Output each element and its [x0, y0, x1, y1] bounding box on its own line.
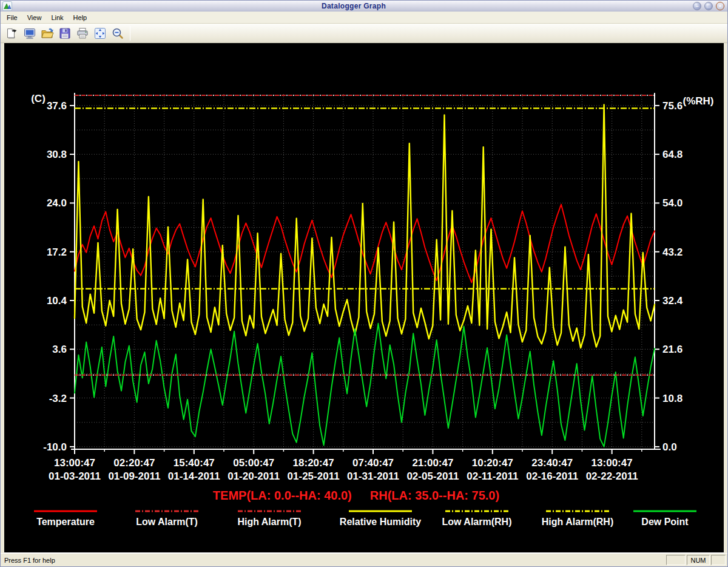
status-num-indicator: NUM	[687, 555, 710, 565]
menu-view[interactable]: View	[22, 12, 47, 23]
statusbar: Press F1 for help NUM	[1, 553, 727, 566]
zoom-fit-button[interactable]	[92, 25, 108, 41]
menu-link[interactable]: Link	[46, 12, 68, 23]
svg-text:01-25-2011: 01-25-2011	[288, 470, 340, 482]
svg-text:64.8: 64.8	[662, 149, 682, 160]
monitor-button[interactable]	[21, 25, 38, 41]
svg-text:02:20:47: 02:20:47	[113, 457, 155, 469]
svg-text:30.8: 30.8	[47, 149, 67, 160]
svg-text:07:40:47: 07:40:47	[352, 457, 394, 469]
chart-panel: 37.630.824.017.210.43.6-3.2-10.075.664.8…	[4, 43, 724, 553]
svg-text:18:20:47: 18:20:47	[293, 457, 334, 469]
window-title: Datalogger Graph	[15, 1, 693, 12]
svg-text:0.0: 0.0	[662, 441, 677, 453]
titlebar: Datalogger Graph – □ ×	[1, 1, 727, 12]
svg-text:10:20:47: 10:20:47	[472, 457, 513, 469]
series-relative-humidity	[75, 104, 655, 348]
new-document-icon	[5, 27, 19, 40]
menu-file[interactable]: File	[2, 12, 22, 23]
window-controls: – □ ×	[693, 2, 724, 10]
legend-label-2: High Alarm(T)	[237, 517, 301, 527]
print-icon	[76, 27, 89, 40]
new-document-button[interactable]	[4, 25, 20, 41]
svg-text:17.2: 17.2	[47, 246, 67, 258]
svg-text:02-11-2011: 02-11-2011	[467, 470, 518, 482]
svg-text:-10.0: -10.0	[43, 441, 67, 453]
status-panel-empty-2	[711, 555, 726, 565]
svg-text:(%RH): (%RH)	[683, 95, 714, 107]
svg-text:10.4: 10.4	[47, 295, 67, 307]
zoom-fit-icon	[93, 27, 107, 40]
minimize-icon: –	[693, 2, 701, 10]
svg-text:01-31-2011: 01-31-2011	[347, 470, 399, 482]
zoom-out-icon	[111, 27, 124, 40]
svg-text:01-03-2011: 01-03-2011	[49, 470, 101, 482]
legend-label-5: High Alarm(RH)	[542, 517, 614, 527]
print-button[interactable]	[74, 25, 90, 41]
app-window: Datalogger Graph – □ × File View Link He…	[0, 0, 728, 567]
svg-text:75.6: 75.6	[662, 100, 682, 112]
close-button[interactable]: ×	[716, 2, 724, 10]
minimize-button[interactable]: –	[693, 2, 701, 10]
status-panel-empty-1	[666, 555, 686, 565]
monitor-icon	[23, 27, 36, 40]
svg-text:02-22-2011: 02-22-2011	[586, 470, 638, 482]
svg-text:21.6: 21.6	[662, 344, 682, 355]
save-button[interactable]	[56, 25, 73, 41]
svg-text:01-20-2011: 01-20-2011	[228, 470, 280, 482]
app-logo-icon	[2, 1, 12, 11]
svg-text:13:00:47: 13:00:47	[592, 457, 633, 469]
open-folder-icon	[41, 27, 54, 40]
legend-label-6: Dew Point	[641, 517, 689, 527]
svg-text:02-05-2011: 02-05-2011	[406, 470, 459, 482]
status-help-text: Press F1 for help	[2, 557, 665, 564]
svg-text:21:00:47: 21:00:47	[412, 457, 453, 469]
svg-text:32.4: 32.4	[662, 295, 683, 307]
svg-text:05:00:47: 05:00:47	[233, 457, 274, 469]
svg-text:01-09-2011: 01-09-2011	[108, 470, 160, 482]
legend-label-4: Low Alarm(RH)	[442, 517, 512, 527]
svg-text:13:00:47: 13:00:47	[54, 457, 95, 469]
svg-text:24.0: 24.0	[47, 197, 67, 209]
svg-text:54.0: 54.0	[662, 197, 682, 209]
svg-text:37.6: 37.6	[47, 100, 67, 112]
toolbar-separator	[130, 26, 130, 41]
svg-text:23:40:47: 23:40:47	[531, 457, 573, 469]
alarm-summary-text: TEMP(LA: 0.0--HA: 40.0) RH(LA: 35.0--HA:…	[213, 489, 499, 502]
maximize-button[interactable]: □	[704, 2, 713, 10]
toolbar	[1, 24, 727, 43]
save-icon	[58, 27, 72, 40]
menubar: File View Link Help	[1, 12, 727, 24]
chart-canvas[interactable]: 37.630.824.017.210.43.6-3.2-10.075.664.8…	[4, 43, 725, 552]
svg-text:02-16-2011: 02-16-2011	[526, 470, 578, 482]
open-file-button[interactable]	[39, 25, 55, 41]
svg-text:3.6: 3.6	[52, 344, 67, 355]
svg-text:-3.2: -3.2	[49, 393, 67, 404]
series-dew-point	[75, 324, 655, 447]
zoom-out-button[interactable]	[109, 25, 126, 41]
legend-label-3: Relative Humidity	[340, 517, 421, 527]
legend-label-1: Low Alarm(T)	[136, 517, 198, 527]
svg-text:(C): (C)	[31, 93, 46, 104]
svg-text:01-14-2011: 01-14-2011	[168, 470, 220, 482]
legend-label-0: Temperature	[36, 517, 95, 527]
menu-help[interactable]: Help	[69, 12, 92, 23]
close-icon: ×	[716, 2, 724, 10]
svg-text:10.8: 10.8	[662, 393, 682, 404]
maximize-icon: □	[705, 2, 712, 10]
svg-text:15:40:47: 15:40:47	[174, 457, 215, 469]
svg-text:43.2: 43.2	[662, 246, 682, 258]
